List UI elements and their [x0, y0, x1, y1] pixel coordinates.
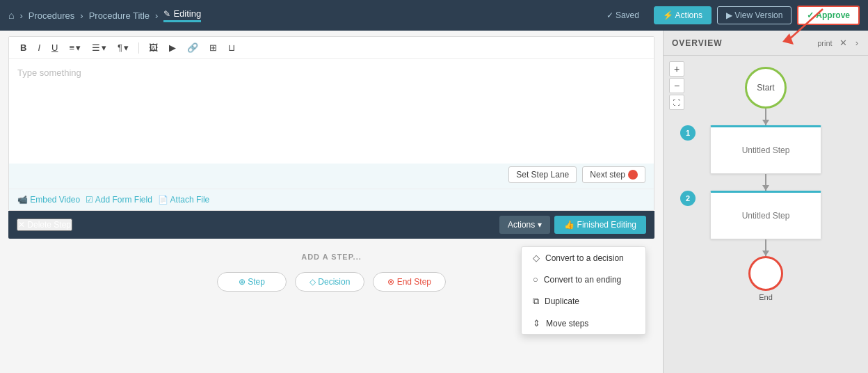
overview-title: OVERVIEW	[672, 38, 722, 48]
flow-step-2-wrapper: 2 Untitled Step	[675, 191, 857, 239]
flow-step-1-wrapper: 1 Untitled Step	[675, 125, 857, 174]
delete-step-button[interactable]: ✕ Delete Step	[17, 219, 72, 231]
step-attach-bar: 📹 Embed Video ☑ Add Form Field 📄 Attach …	[9, 189, 654, 210]
flow-step-1-box[interactable]: Untitled Step	[710, 125, 821, 174]
toolbar-bold[interactable]: B	[16, 41, 31, 54]
nav-editing-label: ✎ Editing	[163, 8, 201, 22]
next-step-circle-icon	[628, 170, 638, 180]
add-decision-button[interactable]: ◇ Decision	[295, 272, 364, 292]
toolbar-paragraph[interactable]: ¶ ▾	[113, 41, 133, 54]
duplicate-icon: ⧉	[533, 296, 539, 307]
top-nav: ⌂ › Procedures › Procedure Title › ✎ Edi…	[0, 0, 868, 31]
toolbar-link[interactable]: 🔗	[183, 41, 202, 54]
edit-icon: ✎	[163, 9, 170, 19]
toolbar-table[interactable]: ⊞	[205, 41, 221, 54]
zoom-in-button[interactable]: +	[669, 61, 684, 77]
flow-arrow-2	[765, 174, 766, 191]
saved-button: ✓ Saved	[597, 6, 648, 24]
zoom-controls: + − ⛶	[669, 61, 684, 110]
flow-arrow-1	[765, 109, 766, 125]
add-step-button[interactable]: ⊕ Step	[217, 272, 287, 292]
editor-content-box: B I U ≡ ▾ ☰ ▾ ¶ ▾ 🖼 ▶ 🔗 ⊞ ⊔ Type somethi…	[8, 36, 654, 211]
flow-step-1-number: 1	[680, 125, 696, 141]
actions-dropdown-menu: ◇ Convert to a decision ○ Convert to an …	[521, 246, 646, 335]
embed-video-link[interactable]: 📹 Embed Video	[17, 195, 80, 205]
overview-expand-button[interactable]: ›	[854, 36, 860, 49]
home-icon[interactable]: ⌂	[8, 10, 14, 21]
actions-menu-button[interactable]: Actions ▾	[499, 216, 550, 234]
diamond-icon: ◇	[533, 253, 540, 263]
toolbar-image[interactable]: 🖼	[145, 41, 162, 54]
view-version-button[interactable]: ▶ View Version	[717, 6, 792, 24]
dropdown-convert-decision[interactable]: ◇ Convert to a decision	[522, 247, 645, 269]
toolbar-list-ordered[interactable]: ≡ ▾	[65, 41, 85, 54]
editor-panel: B I U ≡ ▾ ☰ ▾ ¶ ▾ 🖼 ▶ 🔗 ⊞ ⊔ Type somethi…	[0, 31, 663, 373]
flow-start-node: Start	[745, 67, 787, 109]
step-button-row: Set Step Lane Next step	[9, 164, 654, 189]
set-step-lane-button[interactable]: Set Step Lane	[508, 166, 577, 183]
flow-end-label: End	[759, 293, 773, 301]
editor-toolbar: B I U ≡ ▾ ☰ ▾ ¶ ▾ 🖼 ▶ 🔗 ⊞ ⊔	[9, 37, 654, 59]
nav-sep-1: ›	[19, 10, 22, 21]
nav-sep-2: ›	[80, 10, 83, 21]
overview-close-button[interactable]: ✕	[838, 36, 849, 49]
approve-button[interactable]: ✓ Approve	[797, 6, 860, 25]
add-form-field-link[interactable]: ☑ Add Form Field	[86, 195, 152, 205]
toolbar-list-unordered[interactable]: ☰ ▾	[88, 41, 111, 54]
nav-sep-3: ›	[155, 10, 158, 21]
zoom-out-button[interactable]: −	[669, 78, 684, 93]
flow-diagram: + − ⛶ Start 1 Untitled Step	[664, 56, 868, 373]
actions-dropdown-icon: ▾	[538, 220, 542, 230]
toolbar-italic[interactable]: I	[33, 41, 45, 54]
zoom-fit-button[interactable]: ⛶	[669, 95, 684, 110]
overview-panel: OVERVIEW print ✕ › + − ⛶ Start	[663, 31, 868, 373]
nav-right-actions: ✓ Saved ⚡ Actions ▶ View Version ✓ Appro…	[597, 6, 860, 25]
toolbar-underline[interactable]: U	[47, 41, 62, 54]
nav-procedures-link[interactable]: Procedures	[29, 10, 74, 21]
flow-step-2-box[interactable]: Untitled Step	[710, 191, 821, 239]
flow-arrow-3	[765, 239, 766, 256]
attach-file-link[interactable]: 📄 Attach File	[158, 195, 209, 205]
main-layout: B I U ≡ ▾ ☰ ▾ ¶ ▾ 🖼 ▶ 🔗 ⊞ ⊔ Type somethi…	[0, 31, 868, 373]
circle-icon: ○	[533, 274, 538, 285]
overview-header: OVERVIEW print ✕ ›	[664, 31, 868, 56]
breadcrumb: ⌂ › Procedures › Procedure Title › ✎ Edi…	[8, 8, 201, 22]
step-bottom-bar: ✕ Delete Step Actions ▾ 👍 Finished Editi…	[8, 211, 654, 239]
dropdown-move-steps[interactable]: ⇕ Move steps	[522, 312, 645, 334]
editor-text-area[interactable]: Type something	[9, 59, 654, 164]
dropdown-convert-ending[interactable]: ○ Convert to an ending	[522, 269, 645, 290]
nav-procedure-title-link[interactable]: Procedure Title	[89, 10, 150, 21]
finished-editing-button[interactable]: 👍 Finished Editing	[554, 216, 646, 234]
toolbar-separator-1	[138, 42, 139, 54]
step-right-buttons: Actions ▾ 👍 Finished Editing ◇ Convert t…	[499, 216, 646, 234]
toolbar-video[interactable]: ▶	[165, 41, 180, 54]
move-icon: ⇕	[533, 318, 540, 328]
add-end-button[interactable]: ⊗ End Step	[373, 272, 446, 292]
toolbar-embed[interactable]: ⊔	[224, 41, 239, 54]
overview-controls: print ✕ ›	[817, 36, 860, 49]
actions-button[interactable]: ⚡ Actions	[654, 6, 712, 24]
editor-placeholder: Type something	[17, 68, 81, 78]
overview-print-link[interactable]: print	[817, 39, 832, 47]
next-step-button[interactable]: Next step	[582, 166, 645, 183]
flow-end-node	[748, 256, 783, 291]
dropdown-duplicate[interactable]: ⧉ Duplicate	[522, 290, 645, 312]
flow-step-2-number: 2	[680, 191, 696, 206]
